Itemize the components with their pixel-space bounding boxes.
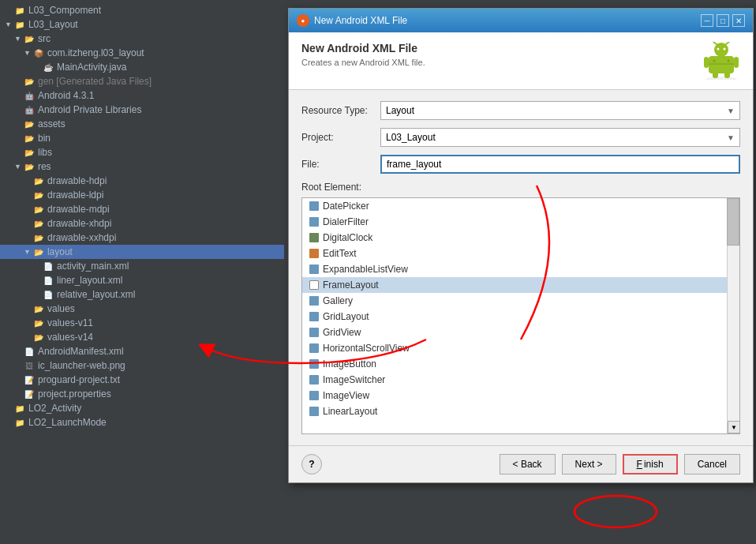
file-control [380, 155, 740, 174]
tree-item[interactable]: 📂values [0, 302, 284, 316]
root-element-list-item[interactable]: DigitalClock [302, 230, 739, 246]
tree-item-label: project.properties [38, 388, 111, 400]
list-item-icon [309, 406, 320, 417]
next-button[interactable]: Next > [562, 454, 616, 475]
svg-rect-8 [734, 57, 739, 68]
tree-item[interactable]: ☕MainActivity.java [0, 60, 284, 74]
root-element-list-item[interactable]: ImageButton [302, 356, 739, 372]
package-icon: 📦 [32, 47, 45, 59]
finish-button[interactable]: FFinishinish [623, 454, 678, 475]
tree-item[interactable]: 📄liner_layout.xml [0, 273, 284, 287]
minimize-button[interactable]: ─ [701, 14, 713, 27]
tree-item[interactable]: 📄AndroidManifest.xml [0, 344, 284, 358]
folder-icon: 📂 [32, 189, 45, 201]
tree-item[interactable]: 📁LO2_Activity [0, 401, 284, 415]
resource-type-label: Resource Type: [301, 105, 380, 116]
tree-item[interactable]: 📂gen [Generated Java Files] [0, 74, 284, 88]
tree-item[interactable]: 📂values-v11 [0, 316, 284, 330]
list-item-label: Gallery [323, 295, 353, 306]
tree-item-label: LO2_LaunchMode [28, 417, 107, 428]
scrollbar[interactable]: ▲ ▼ [727, 198, 739, 433]
list-item-icon [309, 311, 320, 322]
tree-item[interactable]: 📂res [0, 159, 284, 174]
tree-item[interactable]: 📂assets [0, 117, 284, 131]
android-icon: 🤖 [23, 103, 36, 116]
svg-point-13 [728, 60, 730, 62]
root-element-list-item[interactable]: GridView [302, 325, 739, 340]
tree-item[interactable]: 📦com.itzheng.l03_layout [0, 46, 284, 60]
tree-item[interactable]: 📂libs [0, 145, 284, 159]
resource-type-row: Resource Type: Layout ▼ [301, 101, 740, 120]
tree-item[interactable]: 📁L03_Compoment [0, 3, 284, 17]
project-icon: 📁 [13, 4, 26, 17]
root-element-list-item[interactable]: FrameLayout [302, 277, 739, 293]
tree-item[interactable]: 📂drawable-xxhdpi [0, 231, 284, 245]
tree-item[interactable]: 📂drawable-ldpi [0, 188, 284, 202]
dialog-titlebar: ● New Android XML File ─ □ ✕ [289, 9, 753, 32]
android-logo [702, 42, 740, 80]
root-element-list-item[interactable]: ImageSwitcher [302, 372, 739, 388]
root-element-list-item[interactable]: GridLayout [302, 309, 739, 325]
folder-icon: 📂 [32, 317, 45, 329]
root-element-list-item[interactable]: Gallery [302, 293, 739, 309]
dialog-app-icon: ● [297, 14, 309, 27]
project-select[interactable]: L03_Layout ▼ [380, 128, 740, 147]
finish-label-underline: F [637, 459, 642, 470]
tree-item[interactable]: 📄activity_main.xml [0, 259, 284, 273]
tree-item[interactable]: 📂values-v14 [0, 330, 284, 344]
tree-item[interactable]: 📄relative_layout.xml [0, 287, 284, 302]
root-element-list-item[interactable]: LinearLayout [302, 403, 739, 419]
root-element-list-item[interactable]: HorizontalScrollView [302, 340, 739, 356]
tree-item-label: AndroidManifest.xml [38, 346, 124, 357]
tree-item-label: drawable-xhdpi [47, 218, 111, 229]
tree-item-label: src [38, 33, 51, 44]
project-icon: 📁 [13, 402, 26, 415]
list-item-icon [309, 264, 320, 275]
cancel-button[interactable]: Cancel [684, 454, 740, 475]
tree-item[interactable]: 📁LO2_LaunchMode [0, 415, 284, 430]
folder-icon: 📂 [23, 146, 36, 159]
close-button[interactable]: ✕ [732, 14, 745, 27]
list-item-icon [309, 248, 320, 259]
list-item-icon [309, 343, 320, 354]
tree-item-label: assets [38, 118, 65, 129]
tree-item[interactable]: 📂drawable-mdpi [0, 202, 284, 216]
tree-item[interactable]: 📂drawable-xhdpi [0, 216, 284, 231]
scroll-down-button[interactable]: ▼ [728, 421, 740, 433]
svg-rect-7 [704, 57, 709, 68]
root-element-list-item[interactable]: EditText [302, 246, 739, 261]
xml-icon: 📄 [42, 288, 54, 301]
root-element-list-item[interactable]: DatePicker [302, 198, 739, 214]
svg-point-12 [713, 60, 716, 62]
back-button[interactable]: < Back [500, 454, 556, 475]
maximize-button[interactable]: □ [717, 14, 729, 27]
arrow-down-icon [14, 35, 21, 43]
root-element-list-item[interactable]: ExpandableListView [302, 261, 739, 277]
file-label: File: [301, 159, 380, 170]
tree-item[interactable]: 🖼ic_launcher-web.png [0, 358, 284, 373]
tree-item[interactable]: 📂drawable-hdpi [0, 174, 284, 188]
titlebar-controls: ─ □ ✕ [701, 14, 745, 27]
resource-type-select[interactable]: Layout ▼ [380, 101, 740, 120]
resource-type-arrow-icon: ▼ [727, 107, 735, 115]
tree-item[interactable]: 📂layout [0, 245, 284, 259]
arrow-down-icon [24, 49, 31, 57]
tree-item[interactable]: 📂bin [0, 131, 284, 145]
new-android-xml-dialog: ● New Android XML File ─ □ ✕ New Android… [288, 8, 754, 483]
help-button[interactable]: ? [301, 454, 322, 475]
tree-item[interactable]: 📝proguard-project.txt [0, 373, 284, 387]
root-element-list[interactable]: DatePickerDialerFilterDigitalClockEditTe… [301, 197, 740, 434]
tree-item[interactable]: 🤖Android Private Libraries [0, 103, 284, 117]
root-element-list-item[interactable]: DialerFilter [302, 214, 739, 230]
list-item-icon [309, 295, 320, 306]
tree-item[interactable]: 🤖Android 4.3.1 [0, 88, 284, 103]
tree-item-label: layout [47, 246, 73, 257]
scrollbar-thumb[interactable] [727, 198, 739, 246]
file-input[interactable] [380, 155, 740, 174]
tree-item[interactable]: 📁L03_Layout [0, 17, 284, 32]
folder-icon: 📂 [32, 231, 45, 244]
tree-item[interactable]: 📝project.properties [0, 387, 284, 401]
tree-item[interactable]: 📂src [0, 32, 284, 46]
project-icon: 📁 [13, 18, 26, 31]
root-element-list-item[interactable]: ImageView [302, 388, 739, 403]
